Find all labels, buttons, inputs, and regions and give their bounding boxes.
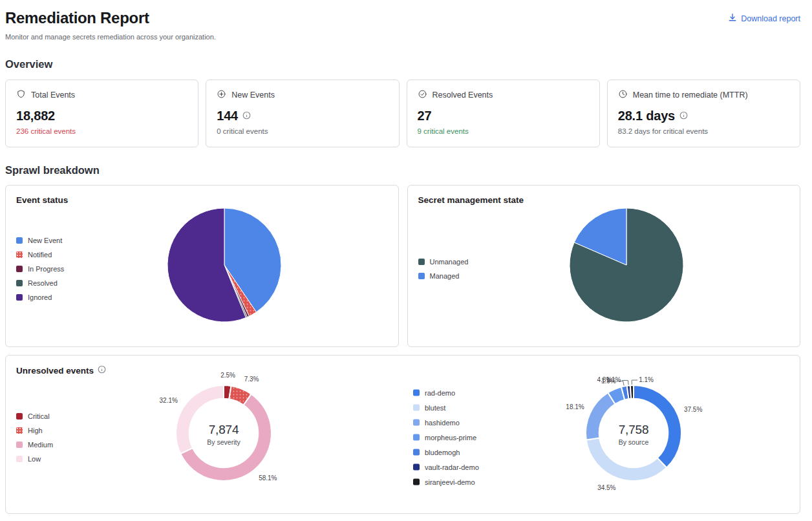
legend-color-chip — [418, 273, 425, 279]
shield-icon — [16, 89, 26, 101]
legend-item: Managed — [418, 269, 469, 283]
download-report-button[interactable]: Download report — [728, 13, 800, 24]
stat-value: 144 — [217, 109, 238, 123]
legend-color-chip — [16, 266, 23, 272]
stat-card-mttr: Mean time to remediate (MTTR) 28.1 days … — [607, 80, 800, 147]
remediation-report-page: Remediation Report Monitor and manage se… — [0, 0, 812, 514]
legend-label: rad-demo — [425, 389, 455, 397]
legend-label: Ignored — [28, 293, 52, 301]
legend-label: Critical — [28, 412, 50, 420]
legend-color-chip — [413, 390, 420, 396]
stat-label: Total Events — [31, 90, 75, 100]
legend-color-chip — [413, 420, 420, 426]
legend-item: New Event — [16, 233, 64, 248]
legend-label: High — [28, 427, 43, 434]
info-icon[interactable] — [679, 111, 688, 122]
by-severity-donut-chart: 2.5%7.3%58.1%32.1% 7,874 By severity — [155, 364, 293, 505]
legend-item: Ignored — [16, 290, 64, 304]
stat-label: Resolved Events — [433, 90, 493, 100]
download-icon — [728, 13, 737, 24]
legend-color-chip — [418, 259, 425, 265]
page-subtitle: Monitor and manage secrets remediation a… — [5, 33, 216, 41]
info-icon[interactable] — [98, 365, 106, 376]
by-source-donut-svg: 37.5%34.5%18.1%4.8%1.9%1.1%1.1% — [564, 364, 703, 505]
by-severity-panel: Critical High Medium Low 2.5%7.3%58.1%32… — [6, 356, 403, 513]
unresolved-events-title: Unresolved events — [16, 365, 106, 376]
by-severity-donut-svg: 2.5%7.3%58.1%32.1% — [155, 364, 293, 505]
legend-item: rad-demo — [413, 385, 479, 400]
legend-color-chip — [16, 441, 23, 448]
plus-circle-icon — [217, 89, 226, 101]
stat-card-total-events: Total Events 18,882 236 critical events — [5, 80, 198, 147]
legend-item: Notified — [16, 248, 64, 262]
legend-item: Resolved — [16, 276, 64, 290]
legend-label: Low — [28, 455, 41, 463]
legend-item: Unmanaged — [418, 255, 469, 269]
legend-color-chip — [413, 405, 420, 411]
stat-subtext: 0 critical events — [217, 127, 388, 135]
legend-label: bludemogh — [425, 449, 460, 456]
svg-text:58.1%: 58.1% — [259, 474, 277, 482]
page-header: Remediation Report Monitor and manage se… — [5, 9, 800, 41]
stat-value: 18,882 — [16, 109, 55, 123]
svg-text:7.3%: 7.3% — [244, 376, 259, 383]
download-report-label: Download report — [741, 14, 800, 23]
legend-label: Medium — [28, 441, 53, 449]
legend-color-chip — [413, 434, 420, 441]
legend-item: vault-radar-demo — [413, 460, 479, 474]
stat-label: New Events — [231, 90, 275, 100]
legend-color-chip — [413, 479, 420, 485]
legend-label: In Progress — [28, 265, 64, 273]
legend-item: hashidemo — [413, 415, 479, 430]
legend-label: vault-radar-demo — [425, 463, 479, 471]
legend-color-chip — [16, 456, 23, 462]
svg-text:32.1%: 32.1% — [160, 397, 178, 404]
legend-item: blutest — [413, 400, 479, 415]
svg-text:37.5%: 37.5% — [684, 406, 702, 413]
event-status-title: Event status — [16, 195, 68, 205]
legend-item: Medium — [16, 438, 53, 452]
legend-label: blutest — [425, 404, 445, 412]
svg-text:18.1%: 18.1% — [566, 403, 584, 410]
by-source-panel: rad-demo blutest hashidemo morpheus-prim… — [403, 356, 800, 513]
stat-subtext: 9 critical events — [418, 127, 589, 135]
legend-item: siranjeevi-demo — [413, 474, 479, 489]
page-title: Remediation Report — [5, 9, 216, 27]
legend-color-chip — [16, 413, 23, 420]
legend-color-chip — [16, 294, 23, 301]
stat-card-new-events: New Events 144 0 critical events — [206, 80, 399, 147]
by-source-donut-chart: 37.5%34.5%18.1%4.8%1.9%1.1%1.1% 7,758 By… — [564, 364, 703, 505]
secret-management-state-title: Secret management state — [418, 195, 524, 205]
stat-subtext: 236 critical events — [16, 127, 187, 135]
legend-label: Notified — [28, 251, 52, 259]
event-status-pie-chart — [165, 206, 284, 327]
stat-value: 27 — [418, 109, 432, 123]
legend-item: bludemogh — [413, 445, 479, 460]
legend-label: siranjeevi-demo — [425, 478, 475, 486]
legend-color-chip — [413, 464, 420, 471]
legend-item: High — [16, 423, 53, 438]
unresolved-events-card: Unresolved events Critical High Medium L… — [5, 355, 800, 514]
severity-legend: Critical High Medium Low — [16, 409, 53, 466]
event-status-card: Event status New Event Notified In Progr… — [5, 185, 399, 347]
legend-color-chip — [16, 251, 23, 258]
secret-management-pie-chart — [567, 206, 686, 327]
stat-label: Mean time to remediate (MTTR) — [633, 90, 748, 100]
svg-text:2.5%: 2.5% — [220, 372, 235, 379]
info-icon[interactable] — [242, 111, 251, 122]
legend-item: Critical — [16, 409, 53, 423]
sprawl-breakdown-heading: Sprawl breakdown — [5, 164, 800, 176]
stat-value: 28.1 days — [618, 109, 675, 123]
legend-label: hashidemo — [425, 419, 460, 427]
legend-label: New Event — [28, 237, 62, 244]
page-header-text: Remediation Report Monitor and manage se… — [5, 9, 216, 41]
legend-label: morpheus-prime — [425, 434, 476, 441]
legend-color-chip — [413, 449, 420, 456]
legend-color-chip — [16, 427, 23, 434]
overview-stat-cards: Total Events 18,882 236 critical events … — [5, 80, 800, 147]
event-status-legend: New Event Notified In Progress Resolved … — [16, 233, 64, 304]
clock-icon — [618, 89, 628, 101]
check-circle-icon — [418, 89, 427, 101]
stat-card-resolved-events: Resolved Events 27 9 critical events — [407, 80, 600, 147]
legend-item: morpheus-prime — [413, 430, 479, 445]
